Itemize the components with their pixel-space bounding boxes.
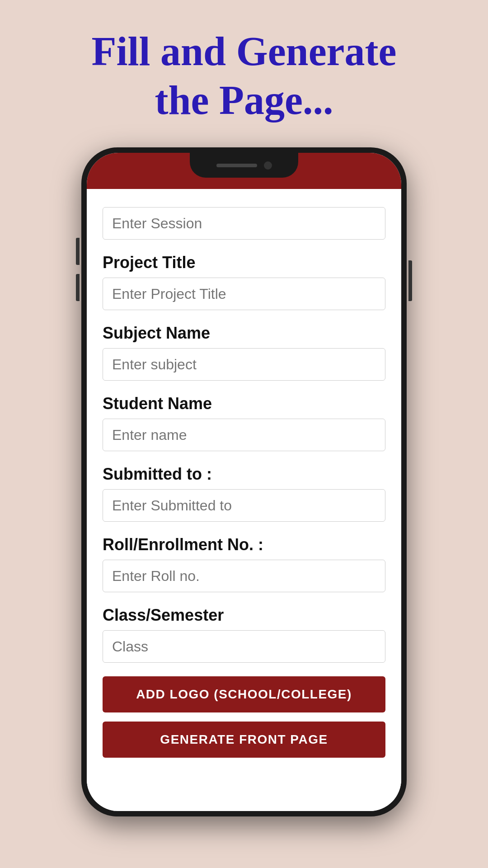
roll-input[interactable] [103, 560, 385, 592]
project-title-input[interactable] [103, 278, 385, 310]
notch-camera [264, 161, 272, 170]
class-label: Class/Semester [103, 606, 385, 625]
subject-name-label: Subject Name [103, 324, 385, 343]
phone-screen: Project Title Subject Name Student Name … [87, 153, 401, 811]
class-input[interactable] [103, 630, 385, 663]
add-logo-button[interactable]: ADD LOGO (SCHOOL/COLLEGE) [103, 676, 385, 712]
form-content: Project Title Subject Name Student Name … [87, 189, 401, 811]
session-input[interactable] [103, 207, 385, 240]
roll-label: Roll/Enrollment No. : [103, 535, 385, 554]
submitted-to-label: Submitted to : [103, 465, 385, 484]
phone-frame: Project Title Subject Name Student Name … [81, 147, 407, 816]
volume-button-2 [76, 274, 80, 301]
student-name-label: Student Name [103, 394, 385, 413]
submitted-to-input[interactable] [103, 489, 385, 522]
power-button [408, 260, 412, 301]
project-title-label: Project Title [103, 253, 385, 272]
subject-name-input[interactable] [103, 348, 385, 381]
student-name-input[interactable] [103, 419, 385, 451]
notch-area [87, 153, 401, 189]
volume-button-1 [76, 238, 80, 265]
page-title: Fill and Generate the Page... [65, 27, 424, 125]
generate-button[interactable]: GENERATE FRONT PAGE [103, 722, 385, 758]
notch-bar [216, 164, 257, 167]
notch [190, 153, 298, 178]
